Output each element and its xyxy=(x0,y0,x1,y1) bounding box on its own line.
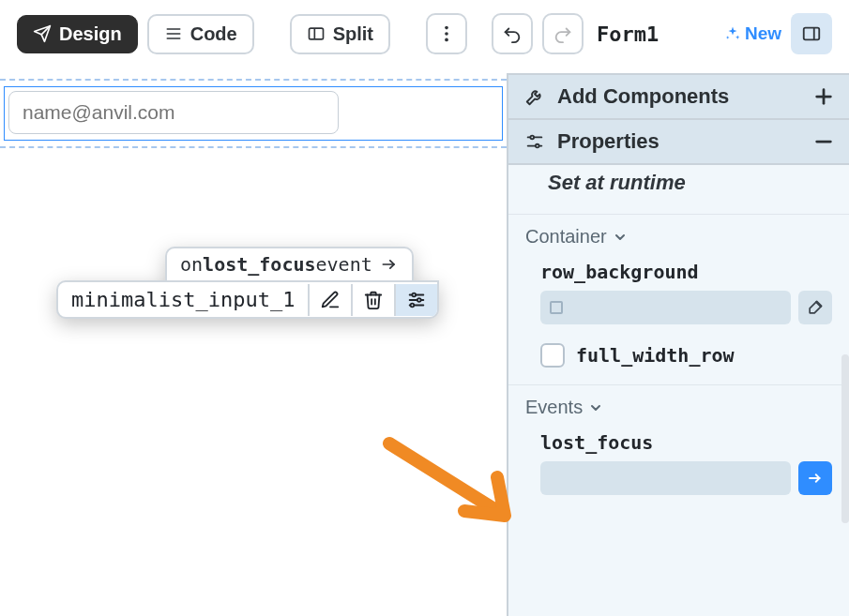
chevron-down-icon xyxy=(613,230,628,245)
svg-point-22 xyxy=(536,144,539,148)
lost-focus-label: lost_focus xyxy=(540,431,832,454)
component-floating-toolbar: on lost_focus event minimalist_input_1 xyxy=(56,247,439,319)
lost-focus-go-button[interactable] xyxy=(798,461,832,495)
container-section-label: Container xyxy=(525,226,607,248)
sliders-icon xyxy=(406,290,427,310)
properties-panel: Add Components Properties Set at runtime… xyxy=(507,73,849,616)
split-button[interactable]: Split xyxy=(290,14,390,54)
drop-frame xyxy=(0,79,507,148)
plus-icon[interactable] xyxy=(813,86,834,107)
form-name-label: Form1 xyxy=(597,23,659,46)
design-canvas: on lost_focus event minimalist_input_1 xyxy=(0,73,507,616)
rename-button[interactable] xyxy=(308,284,351,316)
design-label: Design xyxy=(59,23,122,45)
wrench-icon xyxy=(523,85,546,108)
chevron-down-icon xyxy=(588,400,603,415)
full-width-row-block: full_width_row xyxy=(525,343,832,368)
dots-vertical-icon xyxy=(436,23,457,44)
svg-point-16 xyxy=(411,303,415,307)
component-name-label: minimalist_input_1 xyxy=(58,282,308,317)
trash-icon xyxy=(363,290,384,310)
new-button[interactable]: New xyxy=(724,23,781,44)
split-label: Split xyxy=(333,23,373,45)
container-section-toggle[interactable]: Container xyxy=(525,226,628,248)
code-button[interactable]: Code xyxy=(147,14,254,54)
arrow-right-icon xyxy=(807,470,824,487)
runtime-note: Set at runtime xyxy=(508,165,849,214)
event-hint-name: lost_focus xyxy=(203,253,315,276)
scrollbar[interactable] xyxy=(841,354,849,523)
minus-icon[interactable] xyxy=(813,131,834,152)
full-width-row-label: full_width_row xyxy=(576,344,735,367)
new-label: New xyxy=(745,23,781,44)
top-toolbar: Design Code Split Form1 New xyxy=(0,0,849,68)
svg-point-6 xyxy=(445,32,448,36)
more-button[interactable] xyxy=(426,13,467,54)
row-background-block: row_background xyxy=(525,261,832,324)
undo-icon xyxy=(502,23,523,44)
svg-rect-3 xyxy=(309,28,323,39)
design-button[interactable]: Design xyxy=(17,15,138,53)
svg-point-14 xyxy=(417,298,421,302)
svg-point-7 xyxy=(445,38,448,42)
email-input[interactable] xyxy=(8,91,339,134)
list-icon xyxy=(164,24,183,43)
panel-toggle-button[interactable] xyxy=(791,13,832,54)
delete-button[interactable] xyxy=(351,284,394,316)
container-section: Container row_background full_width_row xyxy=(508,214,849,384)
pencil-icon xyxy=(320,290,341,310)
events-section-toggle[interactable]: Events xyxy=(525,397,603,418)
svg-rect-8 xyxy=(804,28,820,40)
component-name-pill: minimalist_input_1 xyxy=(56,280,439,319)
panel-right-icon xyxy=(801,23,822,44)
events-section: Events lost_focus xyxy=(508,384,849,512)
color-swatch-icon xyxy=(550,301,563,314)
color-picker-button[interactable] xyxy=(798,291,832,324)
svg-point-5 xyxy=(445,26,448,30)
code-label: Code xyxy=(190,23,237,45)
add-components-header[interactable]: Add Components xyxy=(508,73,849,120)
svg-point-20 xyxy=(530,136,534,140)
properties-label: Properties xyxy=(557,129,659,154)
row-background-label: row_background xyxy=(540,261,832,283)
undo-button[interactable] xyxy=(492,13,533,54)
events-section-label: Events xyxy=(525,397,583,418)
event-hint-on: on xyxy=(180,253,203,276)
redo-icon xyxy=(553,23,573,44)
row-background-field[interactable] xyxy=(540,291,791,324)
redo-button[interactable] xyxy=(542,13,584,54)
properties-button[interactable] xyxy=(394,284,437,316)
event-hint-pill[interactable]: on lost_focus event xyxy=(165,247,414,282)
sliders-icon xyxy=(523,130,546,153)
full-width-row-checkbox[interactable] xyxy=(540,343,565,368)
lost-focus-field[interactable] xyxy=(540,461,791,495)
add-components-label: Add Components xyxy=(557,84,729,109)
brush-icon xyxy=(806,298,825,317)
split-icon xyxy=(307,24,326,43)
sparkle-icon xyxy=(724,25,741,42)
properties-header[interactable]: Properties xyxy=(508,120,849,165)
paper-plane-icon xyxy=(33,24,52,43)
svg-point-12 xyxy=(413,293,417,296)
event-hint-suffix: event xyxy=(316,253,372,276)
selected-component-row[interactable] xyxy=(4,86,503,141)
arrow-right-icon xyxy=(380,255,399,274)
lost-focus-block: lost_focus xyxy=(525,431,832,495)
